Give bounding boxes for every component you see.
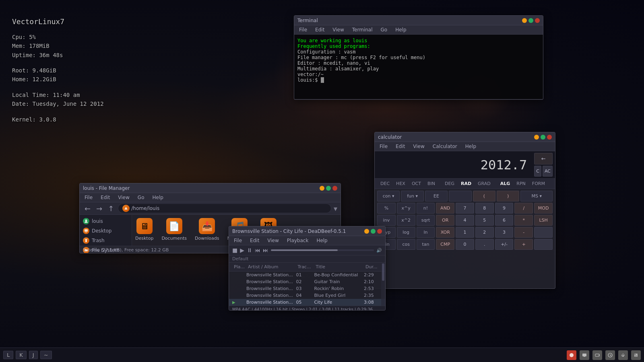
playlist-row-1[interactable]: Brownsville Station... 01 Be-Bop Confide… — [229, 272, 385, 278]
calculator-c-btn[interactable]: C — [534, 166, 541, 177]
calc-btn-cos[interactable]: cos — [397, 239, 415, 250]
player-menu-view[interactable]: View — [266, 237, 280, 244]
fm-titlebar[interactable]: louis - File Manager — [80, 183, 341, 193]
calc-btn-5[interactable]: 5 — [475, 215, 494, 226]
calc-btn-inv[interactable]: inv — [377, 215, 396, 226]
calculator-maximize-btn[interactable] — [541, 135, 545, 140]
calc-btn-lparen[interactable]: ( — [473, 191, 495, 202]
player-prev-btn[interactable]: ⏮ — [255, 247, 260, 253]
fm-back-btn[interactable]: ← — [83, 204, 92, 213]
terminal-menu-file[interactable]: File — [297, 26, 309, 33]
fm-dropdown-btn[interactable]: ▾ — [334, 204, 337, 213]
taskbar-btn-j[interactable]: J — [29, 351, 38, 359]
tray-icon-4[interactable] — [605, 350, 615, 360]
fm-sidebar-item-trash[interactable]: Trash — [80, 236, 132, 245]
calc-btn-or[interactable]: OR — [436, 215, 454, 226]
terminal-menu-edit[interactable]: Edit — [314, 26, 326, 33]
taskbar-btn-tilde[interactable]: ~ — [40, 351, 52, 359]
calc-btn-mod[interactable]: MOD — [534, 203, 553, 214]
fm-menu-go[interactable]: Go — [136, 194, 146, 201]
calc-btn-3[interactable]: 3 — [495, 227, 514, 238]
player-titlebar[interactable]: Brownsville Station - City Life - DeaDBe… — [229, 226, 385, 236]
calc-btn-mul[interactable]: * — [514, 215, 533, 226]
terminal-titlebar[interactable]: Terminal — [294, 16, 543, 25]
player-next-btn[interactable]: ⏭ — [263, 247, 268, 253]
calc-btn-nfact[interactable]: n! — [417, 203, 435, 214]
fm-icon-downloads[interactable]: 📥 Downloads — [195, 218, 219, 241]
player-maximize-btn[interactable] — [371, 229, 376, 234]
terminal-minimize-btn[interactable] — [522, 18, 527, 23]
calc-btn-xor[interactable]: XOR — [436, 227, 454, 238]
player-menu-edit[interactable]: Edit — [248, 237, 261, 244]
calc-btn-2[interactable]: 2 — [475, 227, 494, 238]
calc-btn-add[interactable]: + — [514, 239, 533, 250]
calculator-titlebar[interactable]: calculator — [375, 132, 555, 142]
taskbar-btn-l[interactable]: L — [3, 351, 13, 359]
playlist-row-3[interactable]: Brownsville Station... 03 Rockin' Robin … — [229, 285, 385, 292]
calc-btn-log[interactable]: log — [397, 227, 415, 238]
terminal-body[interactable]: You are working as louis Frequently used… — [294, 35, 543, 99]
calc-btn-tan[interactable]: tan — [417, 239, 435, 250]
calc-btn-cmp[interactable]: CMP — [436, 239, 454, 250]
player-minimize-btn[interactable] — [364, 229, 369, 234]
calc-mode-rpn[interactable]: RPN — [514, 180, 528, 187]
playlist-row-4[interactable]: Brownsville Station... 04 Blue Eyed Girl… — [229, 292, 385, 299]
calc-mode-rad[interactable]: RAD — [458, 180, 474, 187]
playlist-row-2[interactable]: Brownsville Station... 02 Guitar Train 2… — [229, 278, 385, 285]
calc-btn-1[interactable]: 1 — [456, 227, 474, 238]
calc-btn-8[interactable]: 8 — [475, 203, 494, 214]
tray-icon-3[interactable] — [592, 350, 602, 360]
calc-btn-ms[interactable]: MS ▾ — [520, 191, 553, 202]
terminal-menu-view[interactable]: View — [331, 26, 345, 33]
calc-btn-sqrt[interactable]: sqrt — [417, 215, 435, 226]
terminal-menu-go[interactable]: Go — [379, 26, 389, 33]
fm-sidebar-item-louis[interactable]: louis — [80, 216, 132, 226]
fm-forward-btn[interactable]: → — [95, 204, 104, 213]
tray-icon-5[interactable] — [618, 350, 628, 360]
calc-btn-ee[interactable]: EE — [425, 191, 448, 202]
calc-btn-lsh[interactable]: LSH — [534, 215, 553, 226]
calc-btn-div[interactable]: / — [514, 203, 533, 214]
calculator-ac-btn[interactable]: AC — [543, 166, 553, 177]
calc-mode-hex[interactable]: HEX — [394, 180, 408, 187]
player-menu-help[interactable]: Help — [315, 237, 329, 244]
calc-mode-alg[interactable]: ALG — [498, 180, 513, 187]
calc-btn-6[interactable]: 6 — [495, 215, 514, 226]
fm-menu-view[interactable]: View — [116, 194, 131, 201]
calc-btn-0[interactable]: 0 — [456, 239, 474, 250]
calc-btn-fun[interactable]: fun ▾ — [401, 191, 423, 202]
calc-btn-rparen[interactable]: ) — [497, 191, 519, 202]
terminal-maximize-btn[interactable] — [528, 18, 533, 23]
taskbar-btn-k[interactable]: K — [16, 351, 27, 359]
calc-mode-form[interactable]: FORM — [530, 180, 547, 187]
calculator-minimize-btn[interactable] — [534, 135, 539, 140]
calc-btn-dot[interactable]: . — [475, 239, 494, 250]
calc-menu-file[interactable]: File — [378, 143, 389, 150]
player-menu-playback[interactable]: Playback — [285, 237, 310, 244]
fm-minimize-btn[interactable] — [320, 186, 324, 191]
calc-btn-ln[interactable]: ln — [417, 227, 435, 238]
calc-btn-xpow2[interactable]: x^2 — [397, 215, 415, 226]
fm-sidebar-item-desktop[interactable]: Desktop — [80, 226, 132, 236]
tray-icon-6[interactable] — [631, 350, 641, 360]
calc-btn-xpowy[interactable]: x^y — [397, 203, 415, 214]
calc-btn-sub[interactable]: - — [514, 227, 533, 238]
calc-mode-oct[interactable]: OCT — [409, 180, 423, 187]
calc-btn-9[interactable]: 9 — [495, 203, 514, 214]
playlist-row-5[interactable]: ▶ Brownsville Station... 05 City Life 3:… — [229, 299, 385, 306]
player-progress-bar[interactable] — [271, 249, 374, 251]
calc-menu-edit[interactable]: Edit — [394, 143, 407, 150]
tray-icon-2[interactable] — [580, 350, 589, 360]
terminal-close-btn[interactable] — [535, 18, 540, 23]
terminal-menu-help[interactable]: Help — [394, 26, 408, 33]
fm-menu-file[interactable]: File — [83, 194, 94, 201]
player-stop-btn[interactable]: ■ — [232, 247, 237, 253]
player-menu-file[interactable]: File — [232, 237, 244, 244]
fm-path-bar[interactable]: /home/louis — [118, 204, 331, 213]
calc-menu-calculator[interactable]: Calculator — [431, 143, 459, 150]
fm-close-btn[interactable] — [332, 186, 337, 191]
calc-mode-deg[interactable]: DEG — [442, 180, 457, 187]
calc-menu-view[interactable]: View — [411, 143, 426, 150]
fm-icon-desktop[interactable]: 🖥 Desktop — [135, 218, 153, 241]
calculator-close-btn[interactable] — [547, 135, 552, 140]
